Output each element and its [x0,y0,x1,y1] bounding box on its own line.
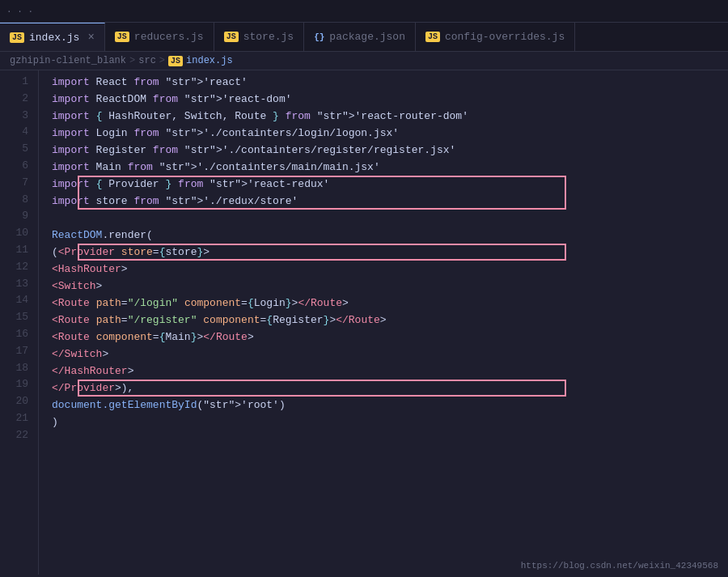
js-icon: JS [425,32,440,42]
code-line-6: import Main from "str">'./containters/ma… [39,159,728,176]
code-text-12: <HashRouter> [52,261,128,278]
code-text-15: <Route path="/register" component={Regis… [52,312,387,329]
breadcrumb: gzhipin-client_blank > src > JS index.js [0,52,728,70]
line-number-17: 17 [0,343,38,360]
code-text-3: import { HashRouter, Switch, Route } fro… [52,108,468,125]
tab-label-package-json: package.json [329,31,405,43]
line-number-6: 6 [0,158,38,175]
line-number-2: 2 [0,91,38,108]
line-number-16: 16 [0,326,38,343]
breadcrumb-sep-2: > [159,55,165,66]
line-number-18: 18 [0,360,38,377]
code-text-18: </HashRouter> [52,363,133,380]
js-icon: JS [10,32,24,43]
code-text-17: </Switch> [52,346,108,363]
line-number-14: 14 [0,292,38,309]
code-text-5: import Register from "str">'./containter… [52,142,455,159]
tab-reducers-js[interactable]: JSreducers.js [105,23,214,51]
tabs-bar: JSindex.js×JSreducers.jsJSstore.js{}pack… [0,23,728,52]
line-number-7: 7 [0,175,38,192]
code-text-1: import React from "str">'react' [52,74,248,91]
code-line-17: </Switch> [39,346,728,363]
line-number-11: 11 [0,242,38,259]
breadcrumb-js-badge: JS [168,56,183,66]
tab-label-config-overrides-js: config-overrides.js [445,31,565,43]
line-number-10: 10 [0,225,38,242]
code-line-9 [39,210,728,227]
breadcrumb-filename: index.js [186,55,233,66]
breadcrumb-part-1: gzhipin-client_blank [10,55,126,66]
code-line-21: ) [39,414,728,431]
code-line-5: import Register from "str">'./containter… [39,142,728,159]
code-line-18: </HashRouter> [39,363,728,380]
code-text-4: import Login from "str">'./containters/l… [52,125,399,142]
tab-index-js[interactable]: JSindex.js× [0,23,105,51]
code-line-4: import Login from "str">'./containters/l… [39,125,728,142]
code-line-13: <Switch> [39,278,728,295]
line-number-12: 12 [0,259,38,276]
code-text-2: import ReactDOM from "str">'react-dom' [52,91,292,108]
top-bar: · · · [0,0,728,23]
code-line-7: import { Provider } from "str">'react-re… [39,176,728,193]
line-number-15: 15 [0,309,38,326]
code-text-13: <Switch> [52,278,102,295]
code-text-11: (<Provider store={store}> [52,244,210,261]
tab-package-json[interactable]: {}package.json [304,23,416,51]
breadcrumb-part-2: src [138,55,156,66]
code-line-12: <HashRouter> [39,261,728,278]
line-number-20: 20 [0,393,38,410]
js-icon: JS [224,32,239,42]
code-text-16: <Route component={Main}></Route> [52,329,254,346]
code-line-2: import ReactDOM from "str">'react-dom' [39,91,728,108]
code-line-11: (<Provider store={store}> [39,244,728,261]
line-number-1: 1 [0,74,38,91]
code-area: 12345678910111213141516171819202122 impo… [0,70,728,575]
code-text-10: ReactDOM.render( [52,227,153,244]
code-line-10: ReactDOM.render( [39,227,728,244]
breadcrumb-sep-1: > [129,55,135,66]
line-number-13: 13 [0,276,38,293]
code-line-15: <Route path="/register" component={Regis… [39,312,728,329]
code-text-7: import { Provider } from "str">'react-re… [52,176,329,193]
code-line-16: <Route component={Main}></Route> [39,329,728,346]
tab-label-index-js: index.js [29,32,79,44]
code-text-6: import Main from "str">'./containters/ma… [52,159,380,176]
code-text-14: <Route path="/login" component={Login}><… [52,295,349,312]
code-line-19: </Provider>), [39,380,728,397]
js-icon: JS [115,32,129,42]
line-number-9: 9 [0,208,38,225]
code-line-1: import React from "str">'react' [39,74,728,91]
line-number-8: 8 [0,192,38,209]
line-number-19: 19 [0,376,38,393]
tab-label-reducers-js: reducers.js [134,31,204,43]
tab-store-js[interactable]: JSstore.js [214,23,304,51]
line-number-21: 21 [0,410,38,427]
code-content: import React from "str">'react'import Re… [39,70,728,575]
line-number-3: 3 [0,108,38,125]
code-text-19: </Provider>), [52,380,133,397]
code-line-20: document.getElementById("str">'root') [39,397,728,414]
line-number-5: 5 [0,141,38,158]
code-line-3: import { HashRouter, Switch, Route } fro… [39,108,728,125]
code-line-8: import store from "str">'./redux/store' [39,193,728,210]
top-bar-text: · · · [6,6,33,16]
json-icon: {} [314,32,324,42]
tab-label-store-js: store.js [243,31,294,43]
watermark: https://blog.csdn.net/weixin_42349568 [521,561,718,571]
close-icon-index-js[interactable]: × [87,32,94,43]
code-line-22 [39,431,728,448]
code-line-14: <Route path="/login" component={Login}><… [39,295,728,312]
line-number-22: 22 [0,427,38,444]
code-text-20: document.getElementById("str">'root') [52,397,286,414]
tab-config-overrides-js[interactable]: JSconfig-overrides.js [416,23,575,51]
line-number-4: 4 [0,124,38,141]
line-numbers: 12345678910111213141516171819202122 [0,70,39,575]
code-text-8: import store from "str">'./redux/store' [52,193,298,210]
code-text-21: ) [52,414,58,431]
